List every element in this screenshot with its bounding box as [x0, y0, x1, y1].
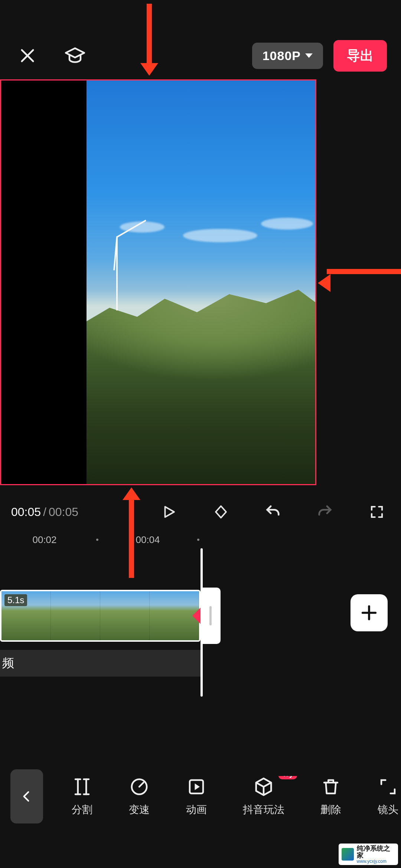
- split-icon: [71, 776, 93, 798]
- export-label: 导出: [347, 48, 374, 63]
- ruler-tick-dot: [197, 539, 199, 541]
- playhead[interactable]: [200, 548, 203, 697]
- clip-trim-handle-right[interactable]: [200, 588, 221, 644]
- clip-thumb: [51, 591, 100, 640]
- clip-thumb: [150, 591, 199, 640]
- tool-row: 分割 变速 动画 Try 抖音玩法: [43, 776, 401, 817]
- try-badge: Try: [278, 776, 297, 779]
- app-root: 1080P 导出 00:05/00:05: [0, 0, 401, 868]
- add-clip-button[interactable]: [351, 594, 388, 631]
- playback-bar: 00:05/00:05: [0, 497, 401, 527]
- selection-frame[interactable]: [0, 79, 316, 485]
- bottom-toolbar: 分割 变速 动画 Try 抖音玩法: [0, 765, 401, 828]
- track-label: 频: [2, 655, 14, 671]
- watermark-logo: [342, 848, 354, 861]
- tool-animation[interactable]: 动画: [186, 776, 207, 817]
- undo-icon[interactable]: [263, 502, 283, 522]
- speed-icon: [128, 776, 150, 798]
- watermark-name: 纯净系统之家: [357, 845, 395, 859]
- time-separator: /: [43, 505, 46, 519]
- ruler-tick-dot: [96, 539, 98, 541]
- redo-icon[interactable]: [315, 502, 335, 522]
- topbar-left: [14, 42, 88, 69]
- fullscreen-icon[interactable]: [367, 502, 387, 522]
- ruler-tick-label: 00:04: [136, 534, 160, 546]
- tool-label: 变速: [129, 803, 150, 817]
- tool-label: 镜头: [378, 803, 398, 817]
- tool-delete[interactable]: 删除: [320, 776, 342, 817]
- preview-area[interactable]: [0, 79, 401, 485]
- close-icon[interactable]: [14, 42, 41, 69]
- clip-thumb: [100, 591, 150, 640]
- clip-duration-badge: 5.1s: [4, 594, 27, 606]
- preview-cloud: [261, 218, 313, 230]
- watermark-url: www.ycxjy.com: [357, 859, 395, 864]
- play-icon[interactable]: [159, 502, 179, 522]
- timeline-ruler[interactable]: 00:02 00:04: [0, 531, 401, 549]
- tool-lens[interactable]: 镜头: [377, 776, 399, 817]
- export-button[interactable]: 导出: [333, 40, 387, 72]
- keyframe-icon[interactable]: [211, 502, 231, 522]
- top-bar: 1080P 导出: [0, 33, 401, 78]
- cube-icon: [253, 776, 274, 798]
- watermark-text: 纯净系统之家 www.ycxjy.com: [357, 845, 395, 864]
- animation-icon: [186, 776, 207, 798]
- track-label-bar[interactable]: 频: [0, 650, 200, 677]
- preview-turbine: [116, 236, 118, 310]
- tool-label: 分割: [72, 803, 92, 817]
- watermark: 纯净系统之家 www.ycxjy.com: [339, 844, 398, 865]
- preview-cloud: [183, 229, 257, 242]
- resolution-label: 1080P: [263, 49, 301, 63]
- resolution-selector[interactable]: 1080P: [252, 43, 323, 69]
- chevron-down-icon: [305, 53, 313, 58]
- delete-icon: [320, 776, 342, 798]
- tool-speed[interactable]: 变速: [128, 776, 150, 817]
- tool-douyin-effects[interactable]: Try 抖音玩法: [243, 776, 284, 817]
- time-display: 00:05/00:05: [11, 505, 78, 519]
- topbar-right: 1080P 导出: [252, 40, 387, 72]
- tool-split[interactable]: 分割: [71, 776, 93, 817]
- tool-label: 抖音玩法: [243, 803, 284, 817]
- total-time: 00:05: [49, 505, 78, 519]
- current-time: 00:05: [11, 505, 41, 519]
- clip-strip[interactable]: 5.1s: [0, 590, 200, 642]
- video-frame: [87, 80, 316, 484]
- ruler-tick-label: 00:02: [32, 534, 56, 546]
- tool-label: 动画: [186, 803, 207, 817]
- toolbar-back-button[interactable]: [10, 769, 43, 823]
- lens-icon: [377, 776, 399, 798]
- academy-icon[interactable]: [62, 42, 88, 69]
- tool-label: 删除: [320, 803, 341, 817]
- playback-controls: [159, 502, 390, 522]
